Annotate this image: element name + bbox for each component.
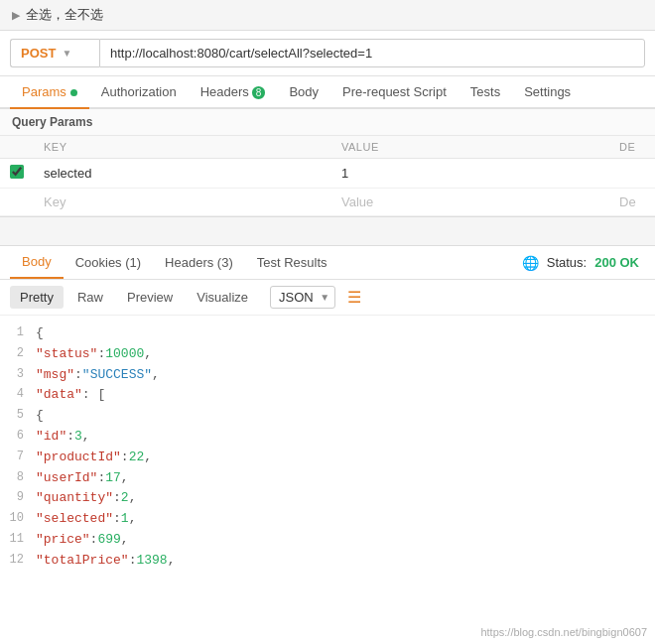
- response-tab-cookies[interactable]: Cookies (1): [64, 247, 153, 278]
- json-punctuation: :: [97, 468, 105, 489]
- col-checkbox: [0, 136, 34, 159]
- tab-body[interactable]: Body: [277, 76, 330, 107]
- json-punctuation: ,: [144, 448, 152, 468]
- json-number: 3: [74, 427, 82, 448]
- tab-prerequest[interactable]: Pre-request Script: [330, 76, 458, 107]
- params-table: KEY VALUE DE selected 1 Key Value: [0, 136, 655, 216]
- json-key: "quantity": [36, 488, 113, 509]
- row-checkbox[interactable]: [10, 165, 24, 179]
- format-tabs-row: Pretty Raw Preview Visualize JSON XML HT…: [0, 280, 655, 316]
- json-punctuation: :: [90, 530, 98, 551]
- json-number: 699: [97, 530, 120, 551]
- tab-params[interactable]: Params: [10, 76, 89, 109]
- line-number: 5: [6, 406, 36, 427]
- json-number: 1: [121, 509, 129, 530]
- empty-key-cell[interactable]: Key: [34, 189, 331, 216]
- format-tab-visualize[interactable]: Visualize: [187, 286, 258, 309]
- response-tab-test-results[interactable]: Test Results: [245, 247, 339, 278]
- json-body: 1{2 "status": 10000,3 "msg": "SUCCESS",4…: [0, 316, 655, 580]
- json-punctuation: :: [129, 551, 137, 572]
- url-input[interactable]: [99, 39, 645, 67]
- json-string: "SUCCESS": [82, 365, 152, 386]
- top-bar-arrow: ▶: [12, 9, 20, 22]
- col-value: VALUE: [331, 136, 609, 159]
- top-bar: ▶ 全选，全不选: [0, 0, 655, 31]
- json-key: "totalPrice": [36, 551, 129, 572]
- json-key: "price": [36, 530, 90, 551]
- json-key: "userId": [36, 468, 97, 489]
- tab-headers[interactable]: Headers8: [189, 76, 278, 107]
- line-number: 11: [6, 530, 36, 551]
- query-params-header: Query Params: [0, 109, 655, 136]
- select-all-text: 全选，全不选: [26, 6, 103, 24]
- json-punctuation: ,: [121, 530, 129, 551]
- row-desc-cell: [609, 159, 655, 189]
- json-punctuation: ,: [82, 427, 90, 448]
- json-key: "msg": [36, 365, 74, 386]
- json-punctuation: ,: [129, 488, 137, 509]
- json-punctuation: ,: [152, 365, 160, 386]
- line-number: 2: [6, 344, 36, 365]
- tab-authorization[interactable]: Authorization: [89, 76, 189, 107]
- tab-tests[interactable]: Tests: [458, 76, 512, 107]
- globe-icon: 🌐: [522, 255, 539, 271]
- json-punctuation: : [: [82, 385, 105, 406]
- json-key: "id": [36, 427, 66, 448]
- response-tab-headers[interactable]: Headers (3): [153, 247, 245, 278]
- table-row: selected 1: [0, 159, 655, 189]
- method-dropdown-arrow: ▼: [62, 48, 71, 59]
- empty-value-cell[interactable]: Value: [331, 189, 609, 216]
- line-number: 1: [6, 323, 36, 344]
- line-number: 8: [6, 468, 36, 489]
- json-punctuation: ,: [144, 344, 152, 365]
- json-punctuation: :: [113, 488, 121, 509]
- json-line: 8 "userId": 17,: [0, 468, 655, 489]
- json-line: 12 "totalPrice": 1398,: [0, 551, 655, 572]
- json-key: "productId": [36, 448, 121, 468]
- json-line: 4 "data": [: [0, 385, 655, 406]
- format-tab-preview[interactable]: Preview: [117, 286, 183, 309]
- json-line: 3 "msg": "SUCCESS",: [0, 365, 655, 386]
- response-tab-body[interactable]: Body: [10, 246, 64, 279]
- format-tab-raw[interactable]: Raw: [67, 286, 113, 309]
- json-punctuation: ,: [129, 509, 137, 530]
- json-punctuation: :: [113, 509, 121, 530]
- method-select[interactable]: POST ▼: [10, 39, 99, 67]
- json-number: 22: [129, 448, 145, 468]
- json-line: 7 "productId": 22,: [0, 448, 655, 468]
- watermark: https://blog.csdn.net/bingbign0607: [480, 626, 647, 638]
- response-tabs-row: Body Cookies (1) Headers (3) Test Result…: [0, 246, 655, 280]
- json-line: 9 "quantity": 2,: [0, 488, 655, 509]
- json-punctuation: {: [36, 406, 44, 427]
- col-desc: DE: [609, 136, 655, 159]
- empty-checkbox-cell: [0, 189, 34, 216]
- request-tabs-row: Params Authorization Headers8 Body Pre-r…: [0, 76, 655, 109]
- json-format-wrapper: JSON XML HTML Text ▼: [262, 286, 335, 309]
- json-punctuation: :: [121, 448, 129, 468]
- line-number: 4: [6, 385, 36, 406]
- url-bar: POST ▼: [0, 31, 655, 76]
- row-checkbox-cell: [0, 159, 34, 189]
- line-number: 10: [6, 509, 36, 530]
- json-format-select[interactable]: JSON XML HTML Text: [270, 286, 335, 309]
- format-tab-pretty[interactable]: Pretty: [10, 286, 64, 309]
- method-label: POST: [21, 46, 56, 61]
- json-line: 6 "id": 3,: [0, 427, 655, 448]
- json-line: 2 "status": 10000,: [0, 344, 655, 365]
- line-number: 3: [6, 365, 36, 386]
- section-divider: [0, 216, 655, 246]
- json-punctuation: :: [66, 427, 74, 448]
- json-number: 10000: [105, 344, 144, 365]
- params-table-header: KEY VALUE DE: [0, 136, 655, 159]
- col-key: KEY: [34, 136, 331, 159]
- json-punctuation: :: [74, 365, 82, 386]
- tab-settings[interactable]: Settings: [512, 76, 583, 107]
- json-line: 11 "price": 699,: [0, 530, 655, 551]
- json-punctuation: :: [97, 344, 105, 365]
- json-line: 1{: [0, 323, 655, 344]
- wrap-icon[interactable]: ☰: [347, 288, 361, 307]
- empty-desc-cell: De: [609, 189, 655, 216]
- json-key: "selected": [36, 509, 113, 530]
- json-line: 10 "selected": 1,: [0, 509, 655, 530]
- json-punctuation: ,: [121, 468, 129, 489]
